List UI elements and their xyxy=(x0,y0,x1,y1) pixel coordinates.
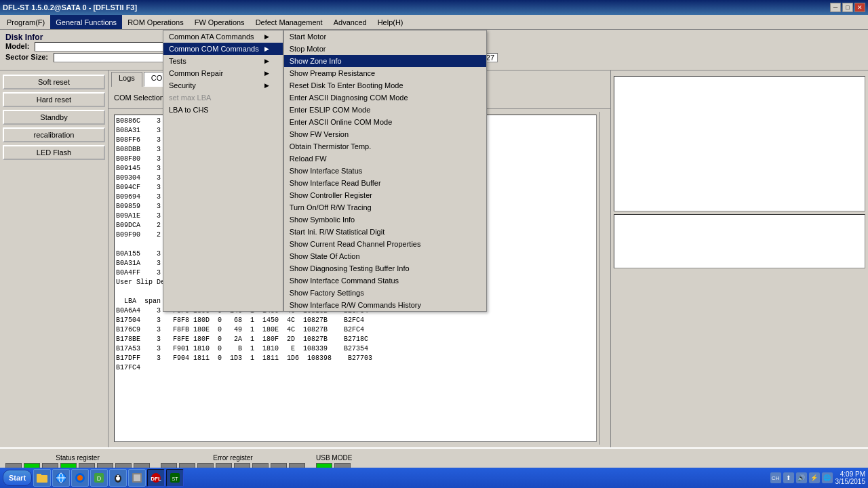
taskbar-folder-icon[interactable] xyxy=(33,469,51,487)
title-buttons: ─ □ ✕ xyxy=(830,3,865,12)
taskbar-icon6[interactable] xyxy=(128,469,146,487)
svg-rect-5 xyxy=(37,475,47,483)
scrollbar-vertical[interactable] xyxy=(599,112,608,445)
close-button[interactable]: ✕ xyxy=(854,3,865,12)
menu-symbolic-info[interactable]: Show Symbolic Info xyxy=(284,214,486,226)
dropdown-overlay: Common ATA Commands ▶ Common COM Command… xyxy=(163,30,487,312)
menu-show-interface[interactable]: Show Interface Status xyxy=(284,165,486,177)
menu-security[interactable]: Security ▶ xyxy=(163,79,283,92)
menu-program[interactable]: Program(F) xyxy=(1,15,50,29)
start-button[interactable]: Start xyxy=(3,470,32,486)
com-commands-submenu: Start Motor Stop Motor Show Zone Info Sh… xyxy=(283,30,487,312)
menu-tests[interactable]: Tests ▶ xyxy=(163,55,283,67)
menu-reset-disk[interactable]: Reset Disk To Enter Booting Mode xyxy=(284,79,486,92)
clock: 4:09 PM 3/15/2015 xyxy=(835,470,866,485)
taskbar: Start D xyxy=(0,468,868,488)
tray-icon2: 🔊 xyxy=(796,472,807,483)
tray-icon-ch: CH xyxy=(770,472,781,483)
menu-help[interactable]: Help(H) xyxy=(372,15,409,29)
svg-text:D: D xyxy=(97,475,102,482)
menu-stat-digit[interactable]: Start Ini. R/W Statistical Digit xyxy=(284,226,486,238)
menu-ascii-online[interactable]: Enter ASCII Online COM Mode xyxy=(284,116,486,128)
time-display: 4:09 PM xyxy=(840,470,865,478)
menu-advanced[interactable]: Advanced xyxy=(328,15,372,29)
menu-lba-to-chs[interactable]: LBA to CHS xyxy=(163,104,283,116)
menu-fw-operations[interactable]: FW Operations xyxy=(189,15,250,29)
tray-icon1: ⬆ xyxy=(783,472,794,483)
minimize-button[interactable]: ─ xyxy=(830,3,841,12)
submenu-arrow-com: ▶ xyxy=(264,45,269,52)
title-bar: DFL-ST 1.5.0.2@SATA 0 - [DFLSTII F3] ─ □… xyxy=(0,0,868,15)
svg-rect-19 xyxy=(134,474,140,481)
menu-rw-history[interactable]: Show Interface R/W Commands History xyxy=(284,299,486,311)
taskbar-penguin-icon[interactable] xyxy=(109,469,127,487)
soft-reset-button[interactable]: Soft reset xyxy=(3,75,105,89)
system-tray: CH ⬆ 🔊 ⚡ 🌐 4:09 PM 3/15/2015 xyxy=(770,470,866,485)
menu-general-functions[interactable]: General Functions xyxy=(50,15,122,29)
submenu-arrow-repair: ▶ xyxy=(264,70,269,77)
right-panel xyxy=(610,70,868,447)
hard-reset-button[interactable]: Hard reset xyxy=(3,92,105,107)
taskbar-dflst-icon[interactable]: ST xyxy=(166,469,184,487)
data-line: B17DFF 3 F904 1811 0 1D3 1 1811 1D6 1083… xyxy=(116,354,595,363)
menu-show-interface-read[interactable]: Show Interface Read Buffer xyxy=(284,177,486,189)
title-text: DFL-ST 1.5.0.2@SATA 0 - [DFLSTII F3] xyxy=(3,3,137,12)
standby-button[interactable]: Standby xyxy=(3,110,105,125)
start-label: Start xyxy=(9,474,26,482)
right-data-display xyxy=(614,76,865,211)
menu-show-preamp[interactable]: Show Preamp Resistance xyxy=(284,67,486,79)
menu-stop-motor[interactable]: Stop Motor xyxy=(284,43,486,55)
tray-icon4: 🌐 xyxy=(822,472,833,483)
data-line: B178BE 3 F8FE 180F 0 2A 1 180F 2D 10827B… xyxy=(116,335,595,344)
menu-show-fw[interactable]: Show FW Version xyxy=(284,128,486,140)
usb-mode-label: USB MODE xyxy=(316,454,352,462)
submenu-arrow-ata: ▶ xyxy=(264,33,269,40)
menu-thermistor[interactable]: Obtain Thermistor Temp. xyxy=(284,140,486,152)
tray-icons: CH ⬆ 🔊 ⚡ 🌐 xyxy=(770,472,833,483)
menu-reload-fw[interactable]: Reload FW xyxy=(284,152,486,165)
menu-com-commands[interactable]: Common COM Commands ▶ xyxy=(163,43,283,55)
led-flash-button[interactable]: LED Flash xyxy=(3,145,105,160)
menu-diag-buffer[interactable]: Show Diagnosing Testing Buffer Info xyxy=(284,262,486,274)
menu-start-motor[interactable]: Start Motor xyxy=(284,30,486,43)
menu-interface-cmd[interactable]: Show Interface Command Status xyxy=(284,274,486,287)
submenu-arrow-security: ▶ xyxy=(264,82,269,89)
menu-ascii-diag[interactable]: Enter ASCII Diagnosing COM Mode xyxy=(284,92,486,104)
recalibration-button[interactable]: recalibration xyxy=(3,127,105,142)
data-line: B176C9 3 F8FB 180E 0 49 1 180E 4C 10827B… xyxy=(116,325,595,335)
menu-show-controller[interactable]: Show Controller Register xyxy=(284,189,486,201)
menu-rw-tracing[interactable]: Turn On/Off R/W Tracing xyxy=(284,201,486,214)
menu-factory-settings[interactable]: Show Factory Settings xyxy=(284,287,486,299)
menu-read-channel[interactable]: Show Current Read Channel Properties xyxy=(284,238,486,250)
submenu-arrow-tests: ▶ xyxy=(264,58,269,64)
general-functions-menu: Common ATA Commands ▶ Common COM Command… xyxy=(163,30,283,312)
taskbar-ie-icon[interactable] xyxy=(52,469,70,487)
svg-text:DFL: DFL xyxy=(151,476,161,482)
status-register-label: Status register xyxy=(5,454,150,462)
svg-point-17 xyxy=(119,476,120,477)
svg-point-11 xyxy=(77,475,83,481)
menu-common-repair[interactable]: Common Repair ▶ xyxy=(163,67,283,79)
menu-state-action[interactable]: Show State Of Action xyxy=(284,250,486,262)
left-sidebar: Soft reset Hard reset Standby recalibrat… xyxy=(0,70,108,447)
menu-rom-operations[interactable]: ROM Operations xyxy=(122,15,189,29)
menu-bar: Program(F) General Functions ROM Operati… xyxy=(0,15,868,30)
data-line: B17A53 3 F901 1810 0 B 1 1810 E 108339 B… xyxy=(116,344,595,354)
menu-eslip-com[interactable]: Enter ESLIP COM Mode xyxy=(284,104,486,116)
menu-show-zone-info[interactable]: Show Zone Info xyxy=(284,55,486,67)
tab-logs[interactable]: Logs xyxy=(111,72,142,87)
svg-rect-6 xyxy=(37,474,41,476)
menu-defect-management[interactable]: Defect Management xyxy=(250,15,328,29)
tray-icon3: ⚡ xyxy=(809,472,820,483)
date-display: 3/15/2015 xyxy=(835,478,866,485)
taskbar-icon4[interactable]: D xyxy=(90,469,108,487)
menu-set-max-lba: set max LBA xyxy=(163,92,283,104)
taskbar-dfl-icon[interactable]: DFL xyxy=(147,469,165,487)
right-data-display-2 xyxy=(614,214,865,268)
data-line: B17FC4 xyxy=(116,363,595,373)
error-register-label: Error register xyxy=(161,454,305,462)
menu-ata-commands[interactable]: Common ATA Commands ▶ xyxy=(163,30,283,43)
taskbar-firefox-icon[interactable] xyxy=(71,469,89,487)
maximize-button[interactable]: □ xyxy=(842,3,853,12)
data-line: B17504 3 F8F8 180D 0 68 1 1450 4C 10827B… xyxy=(116,316,595,325)
